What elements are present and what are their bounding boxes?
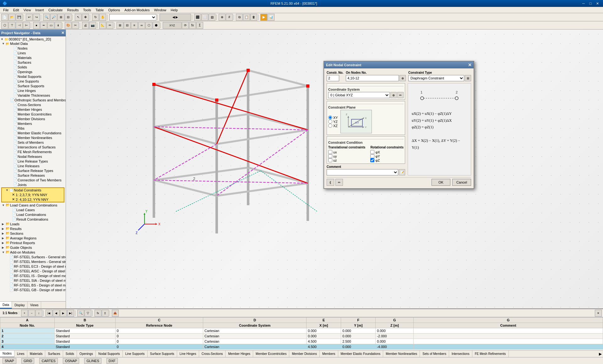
td-ref-3[interactable]: 0	[115, 339, 203, 344]
nav-lines[interactable]: 📄 Lines	[9, 51, 65, 55]
menu-addon[interactable]: Add-on Modules	[122, 7, 151, 13]
plane-yz-radio[interactable]	[328, 120, 332, 124]
table-row[interactable]: 3 Standard 0 Cartesian 4.500 2.500 0.000	[0, 339, 603, 344]
nav-nodal-constraints[interactable]: ▼ 📄 Nodal Constraints	[6, 188, 64, 192]
nav-member-eccentricities[interactable]: 📄 Member Eccentricities	[9, 112, 65, 116]
section-btn[interactable]: ✂	[72, 22, 79, 29]
tb2-extra6[interactable]: ⬢	[153, 22, 160, 29]
btab-member-nonlin[interactable]: Member Nonlinearities	[383, 351, 420, 357]
rotate-btn[interactable]: ↻	[92, 14, 99, 21]
menu-edit[interactable]: Edit	[11, 7, 21, 13]
coord-system-select[interactable]: 0 | Global XYZ	[328, 92, 390, 98]
move-btn[interactable]: ✥	[82, 14, 89, 21]
nav-materials[interactable]: 📄 Materials	[9, 55, 65, 60]
uy-checkbox[interactable]	[328, 154, 332, 158]
disp-lines-btn[interactable]: ━	[40, 22, 47, 29]
minimize-btn[interactable]: ─	[580, 1, 587, 6]
new-btn[interactable]: 📄	[1, 14, 8, 21]
btab-line-hinges[interactable]: Line Hinges	[177, 351, 199, 357]
zoom-out-btn[interactable]: 🔎	[50, 14, 57, 21]
nav-addon-modules[interactable]: ▼ 📂 Add-on Modules	[1, 250, 65, 254]
nav-sections[interactable]: ▶📂Sections	[1, 231, 65, 236]
td-coord-1[interactable]: Cartesian	[203, 328, 307, 334]
nav-rf-steel-sia[interactable]: 📄 RF-STEEL SIA - Design of steel me	[9, 278, 65, 283]
save-btn[interactable]: 💾	[16, 14, 23, 21]
bt-search[interactable]: 🔍	[77, 310, 84, 317]
menu-results[interactable]: Results	[65, 7, 81, 13]
view-right-btn[interactable]: ⊢	[23, 22, 30, 29]
render-btn[interactable]: ⬛	[194, 14, 201, 21]
bt-last[interactable]: ▶|	[67, 310, 74, 317]
td-type-2[interactable]: Standard	[54, 334, 115, 339]
menu-tools[interactable]: Tools	[81, 7, 93, 13]
on-nodes-pick-btn[interactable]: ⊕	[399, 75, 406, 81]
td-type-1[interactable]: Standard	[54, 328, 115, 334]
ok-btn[interactable]: OK	[432, 179, 450, 186]
status-cartes[interactable]: CARTES	[39, 358, 57, 364]
bt-new-row[interactable]: +	[21, 310, 28, 317]
undo-btn[interactable]: ↩	[26, 14, 33, 21]
tb2-extra4[interactable]: ∞	[138, 22, 145, 29]
cancel-btn[interactable]: Cancel	[452, 179, 471, 186]
delete-btn[interactable]: 🗑	[250, 14, 257, 21]
td-comment-3[interactable]	[414, 339, 603, 344]
btab-sets-members[interactable]: Sets of Members	[420, 351, 449, 357]
edit-record-btn[interactable]: ✏	[335, 179, 343, 186]
nc-item2[interactable]: ✕ 2: 4,10-12; YYN NNY	[12, 197, 64, 202]
nav-rf-steel-mem[interactable]: 📄 RF-STEEL Members - General stre	[9, 259, 65, 264]
shade-btn[interactable]: ▧	[209, 14, 215, 21]
td-comment-4[interactable]	[414, 344, 603, 350]
nav-rf-steel-ec3[interactable]: 📄 RF-STEEL EC3 - Design of steel me	[9, 264, 65, 269]
module-dropdown[interactable]: RF-DYNAM Pro	[109, 14, 156, 20]
nav-intersections[interactable]: 📄 Intersections of Surfaces	[9, 145, 65, 149]
nav-results[interactable]: ▶📂Results	[1, 226, 65, 231]
btab-nodes[interactable]: Nodes	[0, 351, 14, 357]
bt-del-row[interactable]: −	[28, 310, 35, 317]
td-x-3[interactable]: 4.500	[307, 339, 341, 344]
grid-btn[interactable]: #	[226, 14, 233, 21]
print-btn[interactable]: 🖨	[82, 22, 89, 29]
bt-sum[interactable]: Σ	[102, 310, 109, 317]
prev-record-btn[interactable]: ⟪	[327, 179, 334, 186]
btab-surfaces[interactable]: Surfaces	[45, 351, 63, 357]
nav-tab-views[interactable]: Views	[28, 302, 41, 308]
tb2-extra5[interactable]: ⬡	[145, 22, 152, 29]
constraint-type-select[interactable]: Diaphragm Constraint	[408, 75, 464, 81]
nav-connection-two[interactable]: 📄 Connection of Two Members	[9, 178, 65, 182]
nav-rf-steel-gb[interactable]: 📄 RF-STEEL GB - Design of steel me	[9, 287, 65, 292]
disp-surf-btn[interactable]: ▭	[47, 22, 54, 29]
paste-btn[interactable]: 📋	[243, 14, 250, 21]
nav-fe-mesh[interactable]: 📄 FE Mesh Refinements	[9, 149, 65, 154]
td-x-2[interactable]: 0.000	[307, 334, 341, 339]
nav-average-regions[interactable]: ▶📂Average Regions	[1, 236, 65, 240]
bt-close-table[interactable]: ✕	[595, 310, 602, 317]
btab-scroll-right[interactable]: ▶	[598, 352, 603, 356]
nav-line-supports[interactable]: 📄 Line Supports	[9, 79, 65, 83]
open-btn[interactable]: 📂	[8, 14, 15, 21]
nav-rf-steel-bs[interactable]: 📄 RF-STEEL BS - Design of steel me	[9, 283, 65, 287]
maximize-btn[interactable]: □	[587, 1, 594, 6]
nav-line-hinges[interactable]: 📄 Line Hinges	[9, 88, 65, 93]
nav-load-cases[interactable]: 📄 Load Cases	[12, 207, 65, 212]
view-iso-btn[interactable]: ⬡	[1, 22, 8, 29]
bt-calc[interactable]: fx	[95, 310, 101, 317]
close-btn[interactable]: ✕	[594, 1, 600, 6]
td-coord-2[interactable]: Cartesian	[203, 334, 307, 339]
nav-member-hinges[interactable]: 📄 Member Hinges	[9, 107, 65, 112]
wire-btn[interactable]: ⬜	[201, 14, 208, 21]
td-z-4[interactable]: -4.000	[376, 344, 414, 350]
td-comment-1[interactable]	[414, 328, 603, 334]
nav-ribs[interactable]: 📄 Ribs	[9, 126, 65, 131]
tb2-extra2[interactable]: ⊟	[124, 22, 131, 29]
nav-openings[interactable]: 📄 Openings	[9, 69, 65, 74]
menu-help[interactable]: Help	[169, 7, 180, 13]
tb2-extra3[interactable]: ≡	[131, 22, 138, 29]
nav-tab-display[interactable]: Display	[12, 302, 28, 308]
tb2-extra9[interactable]: fx	[189, 22, 196, 29]
bt-insert-row[interactable]: ↕	[35, 310, 42, 317]
menu-options[interactable]: Options	[106, 7, 122, 13]
btab-nodal-supports[interactable]: Nodal Supports	[96, 351, 123, 357]
coord-system-btn1[interactable]: ⊕	[390, 92, 397, 98]
tb-extra1[interactable]: ◀ ▶	[160, 14, 191, 21]
td-coord-4[interactable]: Cartesian	[203, 344, 307, 350]
